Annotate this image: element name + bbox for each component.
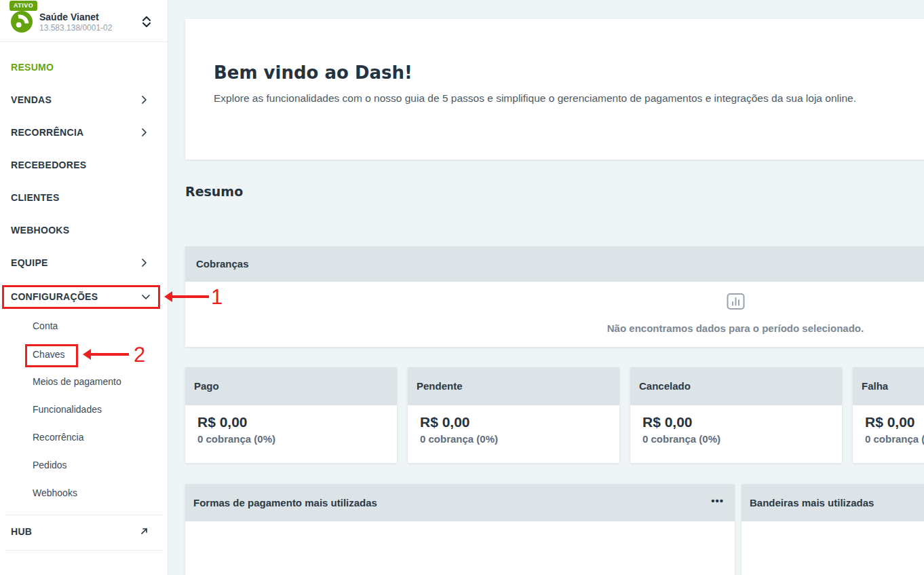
annotation-step-1: 1 <box>211 286 223 308</box>
sidebar-subitem-pedidos[interactable]: Pedidos <box>0 451 168 479</box>
sidebar-item-hub[interactable]: HUB <box>0 515 168 548</box>
empty-state-message: Não encontramos dados para o período sel… <box>185 322 924 334</box>
card-amount: R$ 0,00 <box>642 414 693 430</box>
status-badge: ATIVO <box>9 1 37 11</box>
sidebar-item-recebedores[interactable]: RECEBEDORES <box>0 149 168 181</box>
annotation-highlight-chaves <box>25 344 78 367</box>
main-content: Bem vindo ao Dash! Explore as funcionali… <box>168 0 924 575</box>
panel-title: Formas de pagamento mais utilizadas ••• <box>185 484 735 521</box>
sidebar-subitem-webhooks[interactable]: Webhooks <box>0 479 168 507</box>
sidebar-item-recorrencia[interactable]: RECORRÊNCIA <box>0 116 168 149</box>
card-title: Pendente <box>408 367 619 405</box>
status-card-falha: Falha R$ 0,00 0 cobrança (0%) <box>853 367 924 463</box>
annotation-highlight-configuracoes <box>2 285 160 309</box>
card-title: Falha <box>853 367 924 405</box>
sidebar-subitem-conta[interactable]: Conta <box>0 312 168 340</box>
card-count: 0 cobrança (0%) <box>420 433 498 445</box>
annotation-arrow-2-shaft <box>90 353 129 356</box>
cobrancas-header: Cobranças <box>185 246 924 282</box>
sidebar-item-webhooks[interactable]: WEBHOOKS <box>0 214 168 246</box>
panel-title: Bandeiras mais utilizadas <box>742 484 924 521</box>
chevron-right-icon <box>142 259 147 267</box>
sidebar-subitem-recorrencia[interactable]: Recorrência <box>0 424 168 451</box>
welcome-title: Bem vindo ao Dash! <box>214 62 412 83</box>
sidebar-subitem-funcionalidades[interactable]: Funcionalidades <box>0 396 168 424</box>
chevron-right-icon <box>142 128 147 136</box>
sidebar-item-resumo[interactable]: RESUMO <box>0 51 168 84</box>
card-title: Cancelado <box>630 367 842 405</box>
divider <box>0 41 168 42</box>
status-card-pendente: Pendente R$ 0,00 0 cobrança (0%) <box>408 367 619 463</box>
chevron-right-icon <box>142 96 147 104</box>
bar-chart-icon <box>727 293 745 310</box>
card-count: 0 cobrança (0%) <box>197 433 275 445</box>
cobrancas-empty-state: Não encontramos dados para o período sel… <box>185 282 924 347</box>
divider <box>5 550 163 551</box>
account-switcher-icon[interactable] <box>142 16 151 28</box>
welcome-banner: Bem vindo ao Dash! Explore as funcionali… <box>185 19 924 160</box>
card-count: 0 cobrança (0%) <box>642 433 720 445</box>
card-amount: R$ 0,00 <box>197 414 248 430</box>
status-card-pago: Pago R$ 0,00 0 cobrança (0%) <box>185 367 397 463</box>
payment-methods-panel: Formas de pagamento mais utilizadas ••• <box>185 484 735 575</box>
sidebar-item-clientes[interactable]: CLIENTES <box>0 181 168 214</box>
card-amount: R$ 0,00 <box>420 414 470 430</box>
external-link-icon <box>140 527 149 536</box>
dashboard-page: ATIVO Saúde Vianet 13.583.138/0001-02 RE… <box>0 0 924 575</box>
company-logo-icon <box>11 11 33 33</box>
sidebar-subitem-meios-de-pagamento[interactable]: Meios de pagamento <box>0 368 168 396</box>
card-brands-panel: Bandeiras mais utilizadas <box>742 484 924 575</box>
cobrancas-panel: Cobranças Não encontramos dados para o p… <box>185 246 924 347</box>
annotation-step-2: 2 <box>134 344 145 365</box>
welcome-subtitle: Explore as funcionalidades com o nosso g… <box>214 92 856 105</box>
more-options-icon[interactable]: ••• <box>711 484 724 521</box>
status-card-cancelado: Cancelado R$ 0,00 0 cobrança (0%) <box>630 367 842 463</box>
card-title: Pago <box>185 367 397 405</box>
card-amount: R$ 0,00 <box>865 414 915 430</box>
annotation-arrow-1-shaft <box>171 295 209 298</box>
sidebar-item-equipe[interactable]: EQUIPE <box>0 246 168 279</box>
company-document: 13.583.138/0001-02 <box>39 23 112 33</box>
sidebar-item-vendas[interactable]: VENDAS <box>0 84 168 116</box>
card-count: 0 cobrança (0%) <box>865 433 924 445</box>
page-title: Resumo <box>185 184 243 199</box>
company-name: Saúde Vianet <box>39 12 99 22</box>
